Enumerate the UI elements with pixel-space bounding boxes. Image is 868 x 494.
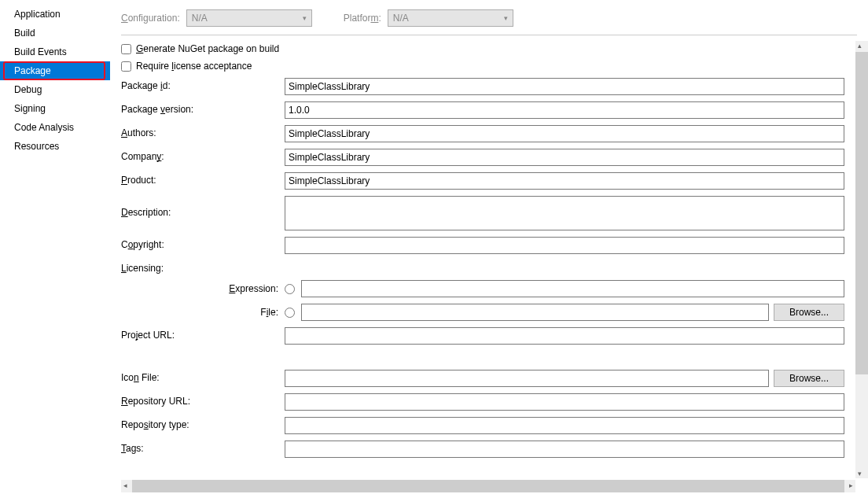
main-panel: Configuration: N/A ▾ Platform: N/A ▾ Gen… bbox=[110, 0, 868, 494]
repository-url-label: Repository URL: bbox=[121, 393, 285, 407]
sidebar-item-package[interactable]: Package bbox=[0, 61, 110, 80]
require-license-checkbox[interactable] bbox=[121, 61, 131, 72]
scroll-left-icon[interactable]: ◂ bbox=[123, 481, 127, 489]
product-label: Product: bbox=[121, 172, 285, 186]
icon-file-label: Icon File: bbox=[121, 370, 285, 383]
company-label: Company: bbox=[121, 149, 285, 162]
authors-input[interactable] bbox=[285, 125, 844, 142]
description-input[interactable] bbox=[285, 196, 844, 230]
horizontal-scrollbar[interactable]: ◂ ▸ bbox=[121, 480, 855, 492]
generate-nuget-label: Generate NuGet package on build bbox=[136, 43, 279, 54]
description-label: Description: bbox=[121, 196, 285, 218]
repository-url-input[interactable] bbox=[285, 393, 844, 411]
platform-value: N/A bbox=[393, 13, 409, 24]
chevron-down-icon: ▾ bbox=[303, 14, 307, 22]
package-version-label: Package version: bbox=[121, 101, 285, 115]
horizontal-scroll-thumb[interactable] bbox=[132, 480, 844, 492]
sidebar-item-application[interactable]: Application bbox=[0, 5, 110, 24]
package-id-label: Package id: bbox=[121, 78, 285, 91]
sidebar-item-resources[interactable]: Resources bbox=[0, 137, 110, 156]
project-url-input[interactable] bbox=[285, 327, 844, 345]
copyright-label: Copyright: bbox=[121, 237, 285, 250]
repository-type-input[interactable] bbox=[285, 417, 844, 434]
expression-input[interactable] bbox=[301, 280, 844, 297]
tags-input[interactable] bbox=[285, 441, 844, 458]
top-bar: Configuration: N/A ▾ Platform: N/A ▾ bbox=[121, 6, 857, 35]
icon-file-input[interactable] bbox=[285, 370, 769, 387]
file-radio[interactable] bbox=[285, 308, 295, 318]
authors-label: Authors: bbox=[121, 125, 285, 138]
project-url-label: Project URL: bbox=[121, 327, 285, 341]
tags-label: Tags: bbox=[121, 441, 285, 454]
generate-nuget-checkbox[interactable] bbox=[121, 44, 131, 54]
sidebar-item-debug[interactable]: Debug bbox=[0, 80, 110, 99]
form-area: Generate NuGet package on build Require … bbox=[121, 43, 857, 494]
expression-label: Expression: bbox=[121, 283, 285, 294]
scroll-down-icon[interactable]: ▾ bbox=[858, 470, 862, 477]
repository-type-label: Repository type: bbox=[121, 417, 285, 430]
sidebar-item-signing[interactable]: Signing bbox=[0, 99, 110, 118]
chevron-down-icon: ▾ bbox=[504, 14, 508, 22]
file-input[interactable] bbox=[301, 304, 769, 321]
product-input[interactable] bbox=[285, 172, 844, 190]
licensing-label: Licensing: bbox=[121, 260, 285, 274]
sidebar: Application Build Build Events Package D… bbox=[0, 0, 110, 494]
sidebar-item-build-events[interactable]: Build Events bbox=[0, 42, 110, 61]
require-license-label: Require license acceptance bbox=[136, 61, 252, 72]
file-label: File: bbox=[121, 307, 285, 318]
configuration-select[interactable]: N/A ▾ bbox=[186, 9, 312, 27]
configuration-label: Configuration: bbox=[121, 13, 180, 24]
configuration-value: N/A bbox=[192, 13, 208, 24]
package-id-input[interactable] bbox=[285, 78, 844, 95]
sidebar-item-build[interactable]: Build bbox=[0, 24, 110, 42]
vertical-scrollbar[interactable]: ▴ ▾ bbox=[855, 41, 868, 478]
scroll-up-icon[interactable]: ▴ bbox=[858, 42, 862, 50]
platform-select[interactable]: N/A ▾ bbox=[388, 9, 513, 27]
vertical-scroll-thumb[interactable] bbox=[855, 52, 868, 374]
platform-label: Platform: bbox=[344, 13, 381, 24]
browse-license-button[interactable]: Browse... bbox=[774, 304, 844, 321]
copyright-input[interactable] bbox=[285, 237, 844, 254]
package-version-input[interactable] bbox=[285, 101, 844, 119]
sidebar-item-code-analysis[interactable]: Code Analysis bbox=[0, 118, 110, 137]
browse-icon-button[interactable]: Browse... bbox=[774, 370, 844, 387]
company-input[interactable] bbox=[285, 149, 844, 166]
scroll-right-icon[interactable]: ▸ bbox=[849, 481, 853, 489]
expression-radio[interactable] bbox=[285, 284, 295, 294]
